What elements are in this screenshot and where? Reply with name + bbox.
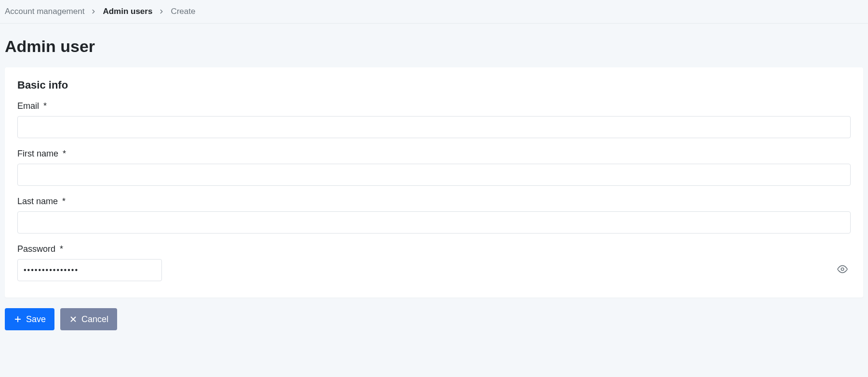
- save-button[interactable]: Save: [5, 308, 54, 330]
- password-row: [17, 259, 851, 281]
- required-asterisk: *: [63, 149, 66, 158]
- chevron-right-icon: [90, 8, 97, 15]
- breadcrumb-item-admin-users[interactable]: Admin users: [103, 7, 152, 16]
- required-asterisk: *: [62, 196, 66, 206]
- label-first-name: First name *: [17, 149, 851, 159]
- last-name-field[interactable]: [17, 211, 851, 234]
- label-text: First name: [17, 149, 58, 158]
- svg-point-0: [841, 268, 844, 271]
- cancel-button[interactable]: Cancel: [60, 308, 117, 330]
- close-icon: [69, 315, 78, 324]
- label-text: Email: [17, 101, 39, 111]
- breadcrumb: Account management Admin users Create: [0, 0, 868, 24]
- form-group-email: Email *: [17, 101, 851, 138]
- required-asterisk: *: [43, 101, 47, 111]
- breadcrumb-item-create: Create: [171, 7, 195, 16]
- save-label: Save: [26, 314, 46, 325]
- password-field[interactable]: [17, 259, 162, 281]
- first-name-field[interactable]: [17, 164, 851, 186]
- form-group-last-name: Last name *: [17, 196, 851, 234]
- form-group-first-name: First name *: [17, 149, 851, 186]
- breadcrumb-item-account-management[interactable]: Account management: [5, 7, 84, 16]
- eye-icon: [837, 264, 848, 276]
- page-title: Admin user: [5, 37, 863, 56]
- chevron-right-icon: [158, 8, 165, 15]
- label-text: Password: [17, 244, 55, 254]
- action-bar: Save Cancel: [5, 308, 863, 330]
- form-group-password: Password *: [17, 244, 851, 281]
- label-last-name: Last name *: [17, 196, 851, 207]
- plus-icon: [13, 315, 22, 324]
- email-field[interactable]: [17, 116, 851, 138]
- required-asterisk: *: [60, 244, 63, 254]
- cancel-label: Cancel: [81, 314, 108, 325]
- section-title-basic-info: Basic info: [17, 79, 851, 91]
- form-card: Basic info Email * First name * Last nam…: [5, 67, 863, 298]
- label-email: Email *: [17, 101, 851, 111]
- label-text: Last name: [17, 196, 58, 206]
- toggle-password-visibility[interactable]: [834, 261, 851, 279]
- label-password: Password *: [17, 244, 851, 254]
